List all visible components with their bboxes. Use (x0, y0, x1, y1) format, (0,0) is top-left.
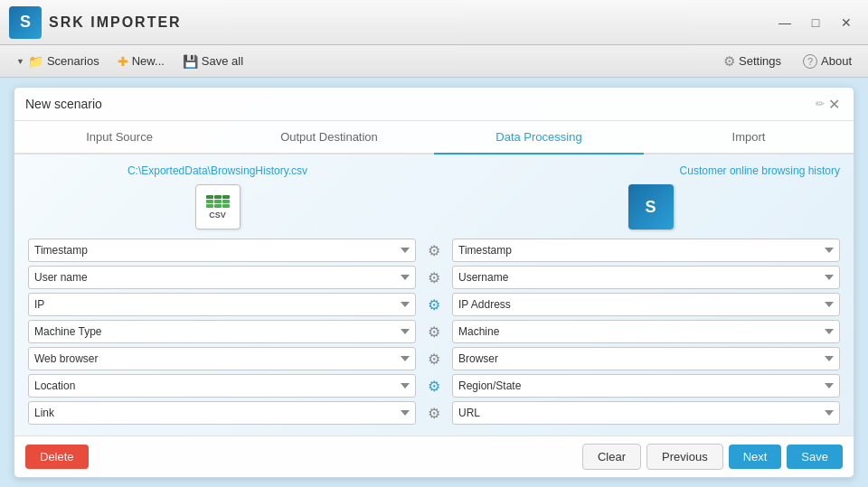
delete-button[interactable]: Delete (25, 445, 89, 469)
csv-cell (222, 200, 230, 203)
dropdown-icon: ▼ (16, 57, 24, 66)
next-button[interactable]: Next (729, 445, 782, 469)
gear-button-0[interactable]: ⚙ (421, 239, 447, 262)
mapping-row: Location⚙Region/State (28, 374, 840, 398)
dest-name-link[interactable]: Customer online browsing history (461, 164, 840, 177)
csv-cell (214, 204, 222, 208)
scenarios-icon: 📁 (28, 54, 43, 69)
main-content: New scenario ✏ ✕ Input Source Output Des… (0, 78, 868, 487)
dialog-title: New scenario (25, 97, 810, 111)
mapping-rows-container: Timestamp⚙TimestampUser name⚙UsernameIP⚙… (28, 239, 840, 425)
app-title: SRK IMPORTER (49, 14, 772, 31)
dialog-inner: New scenario ✏ ✕ Input Source Output Des… (14, 88, 854, 477)
new-label: New... (132, 54, 165, 68)
dest-field-select-4[interactable]: Browser (452, 347, 840, 370)
previous-button[interactable]: Previous (646, 444, 723, 470)
about-menu[interactable]: ? About (794, 51, 861, 72)
source-field-select-2[interactable]: IP (28, 293, 416, 316)
source-field-select-0[interactable]: Timestamp (28, 239, 416, 262)
mapping-row: IP⚙IP Address (28, 293, 840, 316)
csv-file-icon: CSV (28, 184, 407, 229)
csv-cell (222, 204, 230, 208)
gear-button-2[interactable]: ⚙ (421, 293, 447, 316)
source-field-select-5[interactable]: Location (28, 374, 416, 398)
csv-grid (206, 195, 230, 208)
csv-cell (214, 195, 222, 199)
csv-cell (214, 200, 222, 203)
mapping-row: User name⚙Username (28, 266, 840, 289)
source-dest-header: C:\ExportedData\BrowsingHistory.csv Cust… (28, 164, 840, 177)
save-all-menu[interactable]: 💾 Save all (174, 51, 252, 72)
gear-button-5[interactable]: ⚙ (421, 374, 447, 398)
dialog-footer: Delete Clear Previous Next Save (14, 435, 854, 477)
mapping-row: Machine Type⚙Machine (28, 320, 840, 343)
menu-bar: ▼ 📁 Scenarios ✚ New... 💾 Save all ⚙ Sett… (0, 45, 868, 78)
save-button[interactable]: Save (787, 445, 843, 469)
dest-field-select-2[interactable]: IP Address (452, 293, 840, 316)
mapping-row: Timestamp⚙Timestamp (28, 239, 840, 262)
mapping-row: Web browser⚙Browser (28, 347, 840, 370)
app-logo: S (9, 6, 42, 39)
dest-field-select-3[interactable]: Machine (452, 320, 840, 343)
csv-box: CSV (195, 184, 241, 229)
dialog-header: New scenario ✏ ✕ (14, 88, 854, 121)
scenarios-label: Scenarios (47, 54, 99, 68)
tab-output-destination[interactable]: Output Destination (224, 121, 434, 155)
about-label: About (821, 54, 852, 68)
dialog: New scenario ✏ ✕ Input Source Output Des… (14, 87, 854, 478)
source-file-link[interactable]: C:\ExportedData\BrowsingHistory.csv (28, 164, 407, 177)
scenarios-menu[interactable]: ▼ 📁 Scenarios (7, 51, 108, 72)
icons-row: CSV S (28, 184, 840, 229)
csv-label: CSV (209, 211, 226, 220)
source-field-select-3[interactable]: Machine Type (28, 320, 416, 343)
source-field-select-4[interactable]: Web browser (28, 347, 416, 370)
tabs: Input Source Output Destination Data Pro… (14, 121, 854, 155)
clear-button[interactable]: Clear (582, 444, 641, 470)
mapping-row: Link⚙URL (28, 401, 840, 425)
source-field-select-6[interactable]: Link (28, 401, 416, 425)
new-icon: ✚ (118, 54, 128, 69)
gear-button-1[interactable]: ⚙ (421, 266, 447, 289)
settings-label: Settings (739, 54, 781, 68)
tab-data-processing[interactable]: Data Processing (434, 121, 644, 155)
srk-box: S (628, 184, 674, 229)
csv-cell (206, 200, 213, 203)
dest-field-select-6[interactable]: URL (452, 401, 840, 425)
gear-button-3[interactable]: ⚙ (421, 320, 447, 343)
dialog-close-button[interactable]: ✕ (825, 95, 843, 113)
tab-import[interactable]: Import (644, 121, 854, 155)
mapping-area: C:\ExportedData\BrowsingHistory.csv Cust… (14, 155, 854, 435)
save-icon: 💾 (183, 54, 198, 69)
dest-field-select-5[interactable]: Region/State (452, 374, 840, 398)
gear-button-6[interactable]: ⚙ (421, 401, 447, 425)
source-field-select-1[interactable]: User name (28, 266, 416, 289)
csv-cell (222, 195, 230, 199)
window-controls: — □ ✕ (772, 14, 859, 32)
minimize-button[interactable]: — (772, 14, 797, 32)
dest-field-select-0[interactable]: Timestamp (452, 239, 840, 262)
about-help-icon: ? (803, 54, 817, 69)
csv-cell (206, 204, 213, 208)
dest-field-select-1[interactable]: Username (452, 266, 840, 289)
tab-input-source[interactable]: Input Source (14, 121, 224, 155)
new-menu[interactable]: ✚ New... (108, 51, 174, 72)
gear-button-4[interactable]: ⚙ (421, 347, 447, 370)
save-all-label: Save all (202, 54, 243, 68)
srk-dest-icon: S (461, 184, 840, 229)
menu-right: ⚙ Settings ? About (714, 50, 861, 73)
close-button[interactable]: ✕ (834, 14, 859, 32)
settings-menu[interactable]: ⚙ Settings (714, 50, 790, 73)
maximize-button[interactable]: □ (803, 14, 828, 32)
title-bar: S SRK IMPORTER — □ ✕ (0, 0, 868, 45)
edit-icon[interactable]: ✏ (816, 98, 825, 110)
settings-gear-icon: ⚙ (723, 53, 735, 70)
csv-cell (206, 195, 213, 199)
